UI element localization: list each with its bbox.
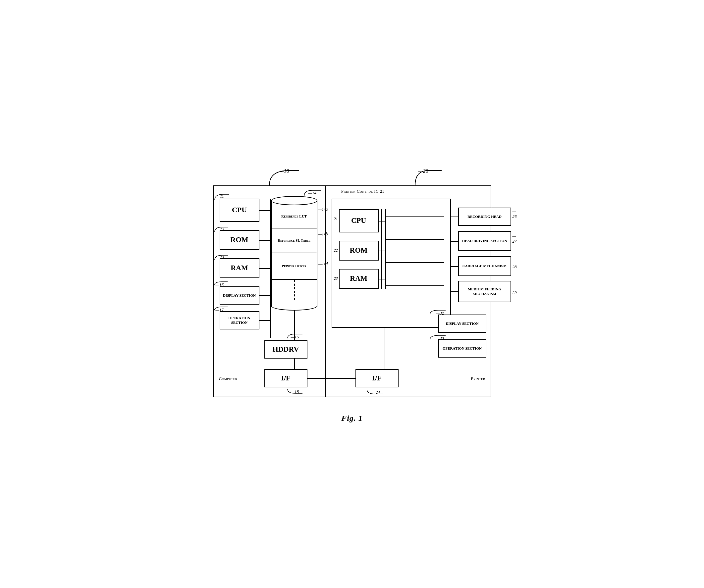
rom-right-label: ROM [350, 246, 368, 255]
ref-lut-section: Reference LUT [272, 205, 317, 228]
recording-head-label: Recording Head [467, 214, 502, 219]
ref-23-label: 23 [334, 276, 338, 281]
carriage-label: Carriage Mechanism [463, 264, 507, 268]
display-right-box: Display Section [438, 315, 486, 333]
line-rom-cyl [259, 240, 271, 241]
carriage-box: Carriage Mechanism [458, 256, 511, 276]
operation-right-label: Operation Section [443, 346, 482, 350]
h-ic-rhead [450, 216, 459, 217]
display-left-label: Display Section [223, 293, 256, 298]
v-bus-left [270, 199, 271, 338]
arc-18 [286, 388, 304, 394]
ref-28: —28 [513, 259, 517, 269]
cpu-left-label: CPU [232, 205, 247, 215]
display-right-label: Display Section [446, 321, 478, 326]
arc-32 [428, 309, 447, 315]
bracket-10 [239, 169, 299, 187]
operation-right-box: Operation Section [438, 339, 486, 357]
h-bus-hd [385, 239, 444, 240]
arc-12 [213, 226, 230, 233]
line-if-l-divider [307, 378, 326, 379]
h-bus-rhead [385, 216, 444, 216]
if-right-label: I/F [372, 374, 381, 383]
if-right-box: I/F [355, 369, 399, 387]
rom-left-box: ROM [220, 230, 259, 250]
ref-14d: —14d [318, 262, 328, 266]
divider-line [325, 185, 326, 397]
head-driving-box: Head Driving Section [458, 231, 511, 251]
arc-24 [365, 389, 384, 395]
h-bus-carriage [385, 262, 444, 263]
label-printer: Printer [471, 376, 485, 381]
ram-left-box: RAM [220, 258, 259, 278]
arc-16 [212, 281, 229, 287]
display-left-box: Display Section [220, 286, 259, 305]
line-if-bridge [325, 378, 355, 379]
label-computer: Computer [219, 376, 238, 381]
v-line-hddrv-if [294, 358, 295, 369]
ref-14b: —14b [318, 232, 328, 237]
v-line-ic-ifr [385, 328, 385, 369]
hddrv-box: HDDRV [265, 340, 307, 358]
if-left-box: I/F [265, 369, 307, 387]
ram-left-label: RAM [231, 263, 248, 273]
v-line-cyl-hddrv [294, 307, 295, 340]
cpu-left-box: CPU [220, 199, 259, 222]
h-cpu-bus [379, 221, 386, 221]
head-driving-label: Head Driving Section [462, 238, 507, 243]
ic-label-text: Printer Control IC [341, 189, 379, 194]
ref-26: —26 [513, 209, 517, 219]
h-ic-mf [450, 291, 459, 292]
printer-driver-label: Printer Driver [282, 264, 306, 268]
arc-11 [213, 193, 230, 201]
h-ic-hd [450, 241, 459, 242]
if-left-label: I/F [281, 374, 290, 383]
line-cpu-cyl [259, 210, 271, 211]
ic-label: — Printer Control IC 25 [336, 189, 385, 194]
ic-ref: 25 [380, 189, 385, 194]
cylinder-14: Reference LUT Reference SL Table Printer… [271, 196, 317, 307]
ref-sl-label: Reference SL Table [278, 238, 310, 243]
ref-21-label: 21 [334, 216, 338, 221]
operation-left-box: Operation Section [220, 311, 259, 329]
cyl-bottom [271, 301, 317, 311]
ic-box: — Printer Control IC 25 CPU 21 ROM 22 RA… [332, 199, 451, 328]
medium-feeding-box: Medium Feeding Mechanism [458, 281, 511, 302]
v-bus-right [450, 212, 451, 301]
rom-left-label: ROM [231, 235, 248, 245]
cpu-right-box: CPU [339, 209, 379, 233]
arc-14 [302, 189, 322, 197]
ram-right-box: RAM [339, 269, 379, 289]
h-bus-mf [385, 285, 444, 286]
line-display-l [259, 295, 271, 296]
rom-right-box: ROM [339, 241, 379, 261]
line-ram-cyl [259, 268, 271, 269]
arc-13 [213, 254, 230, 261]
arc-17 [212, 306, 229, 312]
cpu-right-label: CPU [351, 216, 366, 225]
recording-head-box: Recording Head [458, 208, 511, 226]
ref-27: —27 [513, 234, 517, 244]
ref-29: —29 [513, 285, 517, 295]
ref-lut-label: Reference LUT [281, 214, 307, 218]
line-op-l [259, 320, 271, 321]
figure-label: Fig. 1 [341, 414, 363, 423]
diagram-wrapper: —10 —20 CPU —11 ROM —12 [203, 166, 501, 423]
h-ram-bus [379, 279, 386, 279]
bracket-20 [385, 169, 445, 187]
diagram-area: —10 —20 CPU —11 ROM —12 [207, 166, 498, 404]
cyl-dashed [294, 280, 295, 300]
ref-sl-section: Reference SL Table [272, 228, 317, 253]
h-rom-bus [379, 251, 386, 251]
printer-driver-section: Printer Driver [272, 253, 317, 280]
ref-22-label: 22 [334, 248, 338, 253]
arc-15 [286, 333, 304, 339]
medium-feeding-label: Medium Feeding Mechanism [459, 287, 511, 296]
h-ic-carriage [450, 266, 459, 267]
ram-right-label: RAM [350, 274, 367, 283]
operation-left-label: Operation Section [220, 316, 259, 325]
ref-14a: —14a [318, 207, 328, 212]
arc-33 [428, 334, 447, 340]
hddrv-label: HDDRV [273, 345, 299, 354]
